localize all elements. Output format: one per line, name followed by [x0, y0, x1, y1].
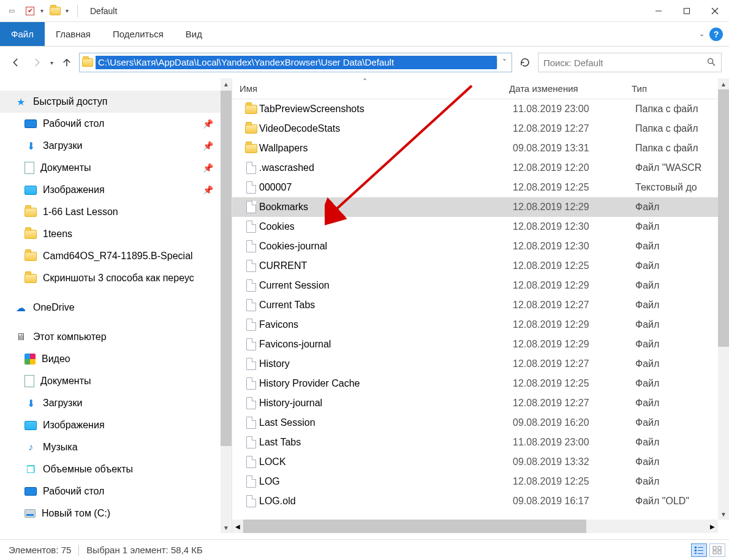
sidebar-item[interactable]: Изображения📌 — [0, 179, 232, 201]
file-name: Last Session — [259, 417, 513, 428]
file-row[interactable]: Cookies12.08.2019 12:30Файл — [232, 217, 729, 236]
file-row[interactable]: LOCK09.08.2019 13:32Файл — [232, 452, 729, 472]
sidebar-quick-access-label: Быстрый доступ — [33, 96, 108, 107]
file-row[interactable]: Favicons12.08.2019 12:29Файл — [232, 315, 729, 335]
minimize-button[interactable] — [644, 1, 673, 21]
sidebar-item-label: Документы — [40, 162, 91, 173]
address-bar[interactable]: C:\Users\Катя\AppData\Local\Yandex\Yande… — [79, 53, 512, 72]
sidebar-item[interactable]: Документы📌 — [0, 157, 232, 179]
file-row[interactable]: 00000712.08.2019 12:25Текстовый до — [232, 178, 729, 197]
file-name: LOG — [259, 476, 513, 487]
scroll-up-icon[interactable]: ▲ — [221, 78, 232, 89]
sidebar-item[interactable]: ⬇Загрузки📌 — [0, 135, 232, 157]
file-row[interactable]: CURRENT12.08.2019 12:25Файл — [232, 256, 729, 276]
sidebar-item[interactable]: 1teens — [0, 223, 232, 245]
ribbon-tab-view[interactable]: Вид — [175, 22, 213, 46]
file-row[interactable]: LOG.old09.08.2019 16:17Файл "OLD" — [232, 491, 729, 511]
ribbon-expand-icon[interactable]: ⌄ — [699, 30, 704, 38]
sidebar-item-label: Рабочий стол — [43, 118, 104, 129]
close-button[interactable] — [701, 1, 729, 21]
sidebar-item[interactable]: Рабочий стол — [0, 480, 232, 502]
scroll-thumb[interactable] — [718, 89, 729, 347]
main-area: ★ Быстрый доступ Рабочий стол📌⬇Загрузки📌… — [0, 78, 729, 533]
file-row[interactable]: .wascrashed12.08.2019 12:20Файл "WASCR — [232, 158, 729, 178]
file-row[interactable]: Current Session12.08.2019 12:29Файл — [232, 276, 729, 295]
file-row[interactable]: Last Tabs11.08.2019 23:00Файл — [232, 433, 729, 452]
file-row[interactable]: History-journal12.08.2019 12:27Файл — [232, 393, 729, 413]
scroll-up-icon[interactable]: ▲ — [718, 78, 729, 89]
sidebar-quick-access[interactable]: ★ Быстрый доступ — [0, 91, 232, 113]
file-row[interactable]: VideoDecodeStats12.08.2019 12:27Папка с … — [232, 119, 729, 138]
qat-properties-icon[interactable]: ✔ — [23, 4, 37, 18]
search-icon[interactable] — [706, 57, 716, 69]
view-icons-button[interactable] — [709, 543, 725, 557]
svg-rect-8 — [695, 553, 697, 554]
scroll-down-icon[interactable]: ▼ — [221, 522, 232, 533]
view-details-button[interactable] — [691, 543, 707, 557]
refresh-button[interactable] — [516, 57, 534, 68]
scroll-right-icon[interactable]: ▶ — [707, 520, 718, 533]
file-hscrollbar[interactable]: ◀ ▶ — [232, 520, 718, 533]
file-row[interactable]: Last Session09.08.2019 16:20Файл — [232, 413, 729, 433]
status-selection: Выбран 1 элемент: 58,4 КБ — [86, 545, 203, 555]
sidebar-onedrive[interactable]: ☁ OneDrive — [0, 297, 232, 319]
sidebar-item[interactable]: 1-66 Last Lesson — [0, 201, 232, 223]
sidebar-scrollbar[interactable]: ▲ ▼ — [221, 78, 232, 533]
file-row[interactable]: Wallpapers09.08.2019 13:31Папка с файл — [232, 138, 729, 158]
image-icon — [25, 421, 37, 430]
ribbon-tab-share[interactable]: Поделиться — [102, 22, 175, 46]
file-row[interactable]: Favicons-journal12.08.2019 12:29Файл — [232, 335, 729, 354]
file-date: 12.08.2019 12:25 — [513, 476, 635, 487]
sidebar-item[interactable]: ⬇Загрузки — [0, 392, 232, 414]
search-input[interactable]: Поиск: Default — [538, 53, 722, 72]
sidebar-item[interactable]: Документы — [0, 370, 232, 392]
ribbon-tab-file[interactable]: Файл — [0, 22, 45, 46]
sidebar-item[interactable]: Рабочий стол📌 — [0, 113, 232, 135]
help-button[interactable]: ? — [709, 28, 723, 41]
qat-separator — [77, 5, 78, 17]
folder-icon — [25, 208, 37, 217]
sidebar-item[interactable]: Camd64OS_R74-11895.B-Special — [0, 245, 232, 267]
nav-forward-button[interactable] — [28, 54, 45, 71]
maximize-button[interactable] — [673, 1, 701, 21]
ribbon-tab-home[interactable]: Главная — [45, 22, 102, 46]
file-row[interactable]: History12.08.2019 12:27Файл — [232, 354, 729, 374]
nav-back-button[interactable] — [7, 54, 25, 71]
sidebar-item[interactable]: Скриншоты 3 способа как переус — [0, 267, 232, 289]
svg-rect-1 — [684, 8, 690, 13]
sidebar-this-pc[interactable]: 🖥 Этот компьютер — [0, 326, 232, 348]
scroll-thumb[interactable] — [243, 520, 586, 533]
file-name: TabPreviewScreenshots — [259, 104, 513, 115]
scroll-left-icon[interactable]: ◀ — [232, 520, 243, 533]
qat-dropdown-icon[interactable]: ▾ — [40, 7, 43, 14]
scroll-down-icon[interactable]: ▼ — [718, 509, 729, 520]
sidebar-item[interactable]: Новый том (C:) — [0, 502, 232, 524]
sidebar-item[interactable]: ❒Объемные объекты — [0, 458, 232, 480]
folder-icon — [25, 274, 37, 283]
file-row[interactable]: Cookies-journal12.08.2019 12:30Файл — [232, 236, 729, 256]
file-date: 09.08.2019 13:32 — [513, 456, 635, 467]
sidebar-item[interactable]: Видео — [0, 348, 232, 370]
file-date: 09.08.2019 13:31 — [513, 143, 635, 154]
file-type: Папка с файл — [635, 143, 729, 154]
file-row[interactable]: History Provider Cache12.08.2019 12:25Фа… — [232, 374, 729, 393]
scroll-thumb[interactable] — [221, 91, 232, 446]
file-row[interactable]: Bookmarks12.08.2019 12:29Файл — [232, 197, 729, 217]
sidebar-item[interactable]: ♪Музыка — [0, 436, 232, 458]
column-name[interactable]: Имя ⌃ — [240, 83, 509, 94]
title-folder-dropdown-icon[interactable]: ▾ — [66, 7, 69, 14]
folder-icon — [25, 230, 37, 239]
qat-explorer-icon[interactable]: ▭ — [5, 4, 18, 18]
file-row[interactable]: TabPreviewScreenshots11.08.2019 23:00Пап… — [232, 99, 729, 119]
nav-up-button[interactable] — [58, 54, 75, 71]
file-row[interactable]: LOG12.08.2019 12:25Файл — [232, 472, 729, 491]
nav-history-dropdown-icon[interactable]: ▾ — [49, 59, 55, 66]
sidebar-item[interactable]: Изображения — [0, 414, 232, 436]
file-row[interactable]: Current Tabs12.08.2019 12:27Файл — [232, 295, 729, 315]
address-path[interactable]: C:\Users\Катя\AppData\Local\Yandex\Yande… — [96, 56, 497, 69]
address-dropdown-icon[interactable]: ˅ — [497, 58, 512, 67]
column-type[interactable]: Тип — [632, 83, 729, 94]
file-vscrollbar[interactable]: ▲ ▼ — [718, 78, 729, 520]
column-date[interactable]: Дата изменения — [509, 83, 632, 94]
music-icon: ♪ — [25, 441, 37, 453]
